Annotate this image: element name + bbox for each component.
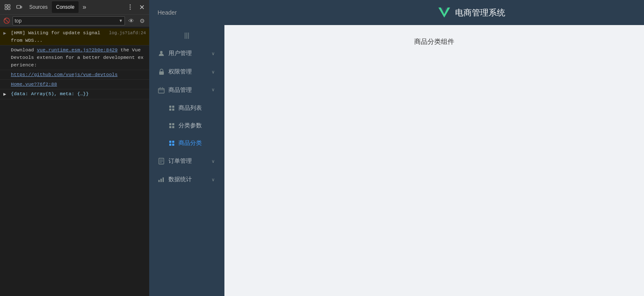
sidebar-arrow-product-management: ∧ (210, 87, 216, 93)
svg-rect-18 (169, 123, 171, 125)
console-eye-button[interactable]: 👁 (127, 16, 136, 25)
svg-rect-22 (169, 141, 171, 143)
console-link-vue-runtime[interactable]: vue.runtime.esm.js?2b0e:8429 (37, 47, 117, 53)
svg-point-7 (130, 7, 131, 8)
main-content: 商品分类组件 (224, 25, 644, 296)
devtools-close-button[interactable]: ✕ (136, 1, 148, 13)
sidebar-label-category-params: 分类参数 (178, 122, 202, 129)
console-clear-button[interactable]: 🚫 (3, 17, 11, 25)
sidebar: ||| 用户管理 ∨ 权限管理 ∨ (149, 25, 224, 296)
sidebar-item-product-list[interactable]: 商品列表 (149, 99, 224, 117)
sidebar-label-product-management: 商品管理 (168, 86, 210, 94)
devtools-tabbar: Sources Console » ✕ (0, 0, 149, 14)
console-link-github[interactable]: https://github.com/vuejs/vue-devtools (11, 72, 117, 77)
grid-icon-product-list (168, 105, 175, 111)
main-content-text: 商品分类组件 (414, 38, 454, 46)
console-link-homevue[interactable]: Home.vue?76f2:88 (11, 81, 57, 87)
svg-rect-20 (169, 126, 171, 128)
svg-point-11 (160, 51, 163, 53)
sidebar-label-product-list: 商品列表 (178, 104, 202, 112)
user-icon (158, 50, 165, 57)
svg-rect-0 (5, 5, 7, 7)
console-meta-hmr[interactable]: log.js?1afd:24 (109, 29, 146, 37)
sidebar-label-data-stats: 数据统计 (168, 176, 210, 183)
console-warn-indicator: ▶ (3, 30, 9, 37)
sidebar-label-order-management: 订单管理 (168, 157, 210, 165)
app-title: 电商管理系统 (455, 7, 505, 18)
sidebar-collapse-button[interactable]: ||| (149, 28, 224, 43)
svg-rect-27 (158, 180, 160, 182)
console-obj-triangle[interactable]: ▶ (3, 91, 9, 98)
svg-point-6 (130, 5, 131, 6)
devtools-inspect-icon[interactable] (2, 1, 13, 13)
svg-rect-4 (17, 5, 20, 8)
vue-logo-icon (438, 6, 451, 19)
devtools-panel: Sources Console » ✕ 🚫 top ▼ 👁 ⚙ ▶ (0, 0, 149, 296)
svg-rect-19 (172, 123, 174, 125)
svg-rect-23 (172, 141, 174, 143)
svg-rect-17 (172, 109, 174, 111)
grid-icon-category-params (168, 122, 175, 129)
svg-rect-28 (160, 179, 162, 182)
sidebar-label-permission-management: 权限管理 (168, 68, 210, 76)
console-line-homevue: Home.vue?76f2:88 (0, 80, 149, 89)
console-context-select-wrap: top ▼ (13, 16, 125, 25)
sidebar-arrow-order-management: ∨ (210, 158, 216, 164)
app-body: ||| 用户管理 ∨ 权限管理 ∨ (149, 25, 644, 296)
svg-rect-13 (158, 89, 164, 93)
sidebar-item-order-management[interactable]: 订单管理 ∨ (149, 152, 224, 170)
sidebar-label-product-category: 商品分类 (178, 139, 202, 147)
sidebar-arrow-user-management: ∨ (210, 51, 216, 56)
svg-rect-29 (163, 177, 164, 182)
box-icon (158, 86, 165, 94)
console-text-download: Download vue.runtime.esm.js?2b0e:8429 th… (11, 46, 146, 69)
console-line-download: Download vue.runtime.esm.js?2b0e:8429 th… (0, 46, 149, 70)
devtools-more-tabs-button[interactable]: » (79, 2, 89, 12)
devtools-toolbar: 🚫 top ▼ 👁 ⚙ (0, 14, 149, 27)
sidebar-label-user-management: 用户管理 (168, 50, 210, 57)
console-text-hmr: [HMR] Waiting for update signal from WDS… (11, 29, 106, 44)
header-label: Header (158, 9, 177, 16)
devtools-responsive-icon[interactable] (13, 1, 25, 13)
devtools-menu-icon[interactable] (124, 1, 136, 13)
svg-rect-21 (172, 126, 174, 128)
svg-point-8 (130, 9, 131, 10)
svg-rect-1 (8, 5, 10, 7)
sidebar-item-product-category[interactable]: 商品分类 (149, 134, 224, 152)
console-line-github: https://github.com/vuejs/vue-devtools (0, 70, 149, 80)
lock-icon (158, 68, 165, 76)
collapse-icon: ||| (184, 32, 189, 39)
console-settings-button[interactable]: ⚙ (137, 16, 147, 25)
sidebar-item-category-params[interactable]: 分类参数 (149, 117, 224, 134)
svg-rect-16 (169, 109, 171, 111)
svg-rect-2 (5, 8, 7, 10)
console-text-homevue: Home.vue?76f2:88 (11, 81, 146, 88)
sidebar-arrow-permission-management: ∨ (210, 69, 216, 75)
sidebar-item-user-management[interactable]: 用户管理 ∨ (149, 44, 224, 63)
sidebar-arrow-data-stats: ∨ (210, 177, 216, 182)
console-text-github: https://github.com/vuejs/vue-devtools (11, 71, 146, 78)
app-container: Header 电商管理系统 ||| 用户管理 ∨ (149, 0, 644, 296)
svg-rect-12 (159, 71, 164, 75)
svg-rect-25 (172, 144, 174, 146)
tab-sources[interactable]: Sources (25, 1, 52, 13)
console-text-object: {data: Array(5), meta: {…}} (11, 90, 146, 98)
sidebar-item-permission-management[interactable]: 权限管理 ∨ (149, 63, 224, 81)
console-line-object: ▶ {data: Array(5), meta: {…}} (0, 89, 149, 99)
svg-rect-3 (8, 8, 10, 10)
svg-rect-5 (20, 6, 22, 8)
tab-console[interactable]: Console (52, 1, 79, 13)
devtools-console-content: ▶ [HMR] Waiting for update signal from W… (0, 27, 149, 296)
grid-icon-product-category (168, 140, 175, 147)
header-logo: 电商管理系统 (438, 6, 505, 19)
app-header: Header 电商管理系统 (149, 0, 644, 25)
svg-rect-14 (169, 106, 171, 108)
sidebar-item-data-stats[interactable]: 数据统计 ∨ (149, 170, 224, 189)
console-context-select[interactable]: top (15, 18, 119, 24)
chart-icon (158, 176, 165, 183)
console-line-hmr: ▶ [HMR] Waiting for update signal from W… (0, 28, 149, 46)
svg-rect-24 (169, 144, 171, 146)
sidebar-item-product-management[interactable]: 商品管理 ∧ (149, 81, 224, 99)
svg-rect-15 (172, 106, 174, 108)
file-icon (158, 157, 165, 165)
